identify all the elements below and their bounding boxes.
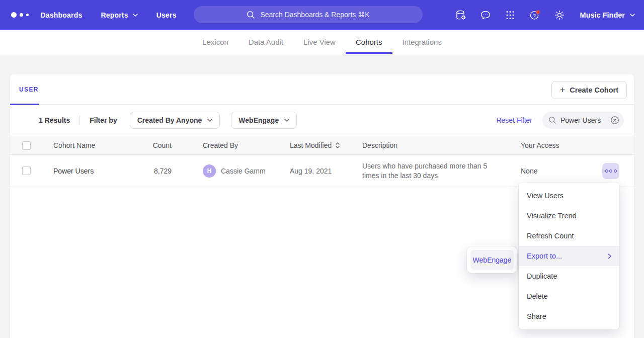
plus-icon: + [560,86,566,95]
dot-icon [605,170,608,173]
help-icon[interactable]: ? [529,9,541,21]
sort-icon [336,142,340,148]
avatar: H [203,164,216,178]
nav-reports-label: Reports [101,11,128,19]
menu-item-delete[interactable]: Delete [519,286,619,306]
chevron-down-icon [133,14,138,17]
tab-cohorts[interactable]: Cohorts [346,30,392,54]
clear-search-button[interactable] [610,116,619,125]
top-navbar: Dashboards Reports Users Search Dashboar… [0,0,644,30]
section-tabs: Lexicon Data Audit Live View Cohorts Int… [0,30,644,54]
cohort-search [542,112,624,129]
nav-reports[interactable]: Reports [101,11,137,19]
cohort-name-cell[interactable]: Power Users [41,167,141,175]
menu-item-visualize-trend[interactable]: Visualize Trend [519,206,619,226]
header-created-by[interactable]: Created By [203,141,290,149]
tab-integrations[interactable]: Integrations [392,30,452,54]
search-icon [247,11,255,19]
context-menu: View Users Visualize Trend Refresh Count… [519,183,619,329]
menu-item-export-to[interactable]: Export to... [519,246,619,266]
submenu-item-webengage[interactable]: WebEngage [470,250,514,270]
mixpanel-logo[interactable] [11,12,29,18]
header-count[interactable]: Count [141,141,203,149]
chevron-down-icon [207,119,212,122]
created-by-name: Cassie Gamm [221,167,266,175]
created-by-cell: H Cassie Gamm [203,164,290,178]
header-description: Description [362,141,521,150]
chevron-right-icon [608,254,611,259]
menu-item-export-to-label: Export to... [527,252,562,260]
export-submenu: WebEngage [467,246,517,273]
menu-item-share[interactable]: Share [519,306,619,326]
card-header: USER + Create Cohort [10,74,634,105]
nav-users[interactable]: Users [156,11,177,19]
dot-icon [614,170,617,173]
menu-item-duplicate[interactable]: Duplicate [519,266,619,286]
notification-dot [536,10,539,14]
description-cell: Users who have purchased more than 5 tim… [362,161,521,181]
filter-by-label: Filter by [90,116,117,124]
header-cohort-name[interactable]: Cohort Name [41,141,141,149]
navbar-actions: ? Music Finder [455,0,635,30]
project-name: Music Finder [580,11,625,19]
tab-data-audit[interactable]: Data Audit [238,30,293,54]
create-cohort-label: Create Cohort [570,86,618,94]
search-icon [548,116,556,124]
active-tab-underline [10,104,39,105]
settings-icon[interactable] [553,9,566,21]
last-modified-cell: Aug 19, 2021 [290,167,362,175]
filter-toolbar: 1 Results Filter by Created By Anyone We… [10,105,634,136]
chevron-down-icon [284,119,289,122]
svg-text:?: ? [533,12,536,18]
tab-user[interactable]: USER [19,86,39,93]
clear-icon [610,116,619,125]
nav-dashboards[interactable]: Dashboards [41,11,83,19]
created-by-filter-value: Created By Anyone [137,116,202,124]
webengage-filter-value: WebEngage [238,116,279,124]
row-actions-button[interactable] [602,163,619,179]
menu-item-refresh-count[interactable]: Refresh Count [519,226,619,246]
webengage-filter-dropdown[interactable]: WebEngage [231,112,297,129]
messages-icon[interactable] [479,9,492,21]
divider [79,116,80,125]
reset-filter-link[interactable]: Reset Filter [496,116,532,124]
header-your-access: Your Access [521,141,581,149]
your-access-cell: None [521,167,581,175]
apps-grid-icon[interactable] [504,9,516,21]
count-cell: 8,729 [141,167,203,175]
created-by-filter-dropdown[interactable]: Created By Anyone [130,112,220,129]
global-search-placeholder: Search Dashboards & Reports ⌘K [260,11,369,19]
chevron-down-icon [630,14,635,17]
primary-nav: Dashboards Reports Users [41,11,177,19]
results-count: 1 Results [39,116,70,124]
menu-item-view-users[interactable]: View Users [519,186,619,206]
select-all-checkbox[interactable] [22,141,31,150]
table-header: Cohort Name Count Created By Last Modifi… [10,136,634,155]
data-management-icon[interactable] [455,9,467,21]
project-selector[interactable]: Music Finder [580,11,635,19]
global-search-input[interactable]: Search Dashboards & Reports ⌘K [194,6,423,23]
header-last-modified[interactable]: Last Modified [290,141,362,149]
tab-live-view[interactable]: Live View [293,30,346,54]
dot-icon [609,170,612,173]
row-checkbox[interactable] [22,166,31,175]
cohort-search-input[interactable] [560,116,606,124]
create-cohort-button[interactable]: + Create Cohort [551,81,627,99]
tab-lexicon[interactable]: Lexicon [192,30,238,54]
header-last-modified-label: Last Modified [290,141,332,149]
